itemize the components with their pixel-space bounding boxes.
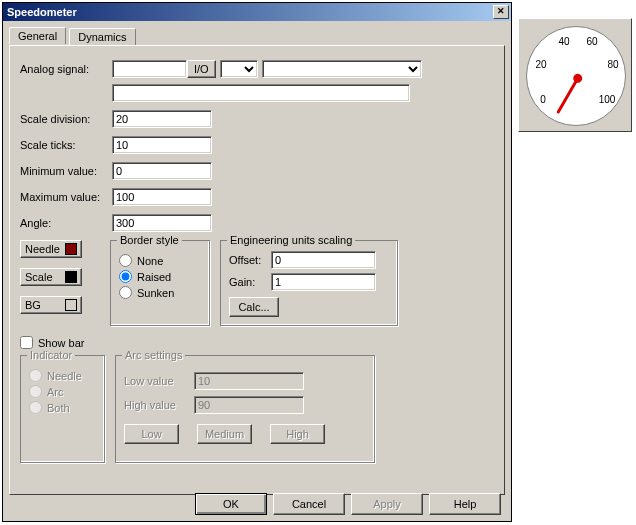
offset-input[interactable] bbox=[271, 251, 376, 269]
help-button[interactable]: Help bbox=[429, 493, 501, 515]
cancel-button[interactable]: Cancel bbox=[273, 493, 345, 515]
scale-color-label: Scale bbox=[25, 271, 53, 283]
scale-color-button[interactable]: Scale bbox=[20, 268, 82, 286]
titlebar: Speedometer ✕ bbox=[3, 3, 511, 21]
min-value-label: Minimum value: bbox=[20, 165, 112, 177]
indicator-needle-option: Needle bbox=[29, 369, 96, 382]
arc-low-button: Low bbox=[124, 424, 179, 444]
gain-label: Gain: bbox=[229, 276, 271, 288]
scale-ticks-label: Scale ticks: bbox=[20, 139, 112, 151]
arc-high-label: High value bbox=[124, 399, 194, 411]
angle-input[interactable] bbox=[112, 214, 212, 232]
needle-color-button[interactable]: Needle bbox=[20, 240, 82, 258]
analog-signal-input[interactable] bbox=[112, 60, 187, 78]
dialog-buttons: OK Cancel Apply Help bbox=[195, 493, 501, 515]
ok-button[interactable]: OK bbox=[195, 493, 267, 515]
gain-input[interactable] bbox=[271, 273, 376, 291]
arc-low-label: Low value bbox=[124, 375, 194, 387]
arc-medium-button: Medium bbox=[197, 424, 252, 444]
gauge-needle-icon bbox=[556, 76, 580, 114]
tab-general[interactable]: General bbox=[9, 27, 66, 44]
needle-color-label: Needle bbox=[25, 243, 60, 255]
speedometer-dialog: Speedometer ✕ General Dynamics Analog si… bbox=[2, 2, 512, 522]
border-sunken-option[interactable]: Sunken bbox=[119, 286, 201, 299]
show-bar-checkbox[interactable]: Show bar bbox=[20, 336, 494, 349]
gauge-tick-80: 80 bbox=[607, 59, 618, 70]
indicator-legend: Indicator bbox=[27, 349, 75, 361]
gauge-tick-0: 0 bbox=[540, 94, 546, 105]
io-button[interactable]: I/O bbox=[187, 60, 216, 78]
scale-division-input[interactable] bbox=[112, 110, 212, 128]
gauge-tick-20: 20 bbox=[535, 59, 546, 70]
offset-label: Offset: bbox=[229, 254, 271, 266]
indicator-both-option: Both bbox=[29, 401, 96, 414]
gauge-tick-40: 40 bbox=[558, 36, 569, 47]
bg-swatch-icon bbox=[65, 299, 77, 311]
border-none-option[interactable]: None bbox=[119, 254, 201, 267]
max-value-input[interactable] bbox=[112, 188, 212, 206]
arc-settings-legend: Arc settings bbox=[122, 349, 185, 361]
bg-color-label: BG bbox=[25, 299, 41, 311]
needle-swatch-icon bbox=[65, 243, 77, 255]
min-value-input[interactable] bbox=[112, 162, 212, 180]
analog-signal-label: Analog signal: bbox=[20, 63, 112, 75]
gauge-tick-60: 60 bbox=[586, 36, 597, 47]
apply-button[interactable]: Apply bbox=[351, 493, 423, 515]
arc-high-input bbox=[194, 396, 304, 414]
tab-page-general: Analog signal: I/O Scale division: Scale… bbox=[9, 45, 505, 495]
window-title: Speedometer bbox=[7, 6, 77, 18]
border-style-legend: Border style bbox=[117, 234, 182, 246]
calc-button[interactable]: Calc... bbox=[229, 297, 279, 317]
max-value-label: Maximum value: bbox=[20, 191, 112, 203]
gauge-tick-100: 100 bbox=[599, 94, 616, 105]
arc-low-input bbox=[194, 372, 304, 390]
gauge-preview: 0 20 40 60 80 100 bbox=[518, 18, 632, 132]
analog-large-select[interactable] bbox=[262, 60, 422, 78]
eng-units-legend: Engineering units scaling bbox=[227, 234, 355, 246]
arc-high-button: High bbox=[270, 424, 325, 444]
gauge-face: 0 20 40 60 80 100 bbox=[526, 26, 626, 126]
bg-color-button[interactable]: BG bbox=[20, 296, 82, 314]
angle-label: Angle: bbox=[20, 217, 112, 229]
tab-dynamics[interactable]: Dynamics bbox=[69, 28, 135, 45]
scale-ticks-input[interactable] bbox=[112, 136, 212, 154]
border-raised-option[interactable]: Raised bbox=[119, 270, 201, 283]
analog-small-select[interactable] bbox=[220, 60, 258, 78]
analog-desc-input[interactable] bbox=[112, 84, 410, 102]
scale-swatch-icon bbox=[65, 271, 77, 283]
indicator-arc-option: Arc bbox=[29, 385, 96, 398]
tab-strip: General Dynamics bbox=[9, 27, 505, 45]
close-icon[interactable]: ✕ bbox=[493, 5, 509, 19]
scale-division-label: Scale division: bbox=[20, 113, 112, 125]
